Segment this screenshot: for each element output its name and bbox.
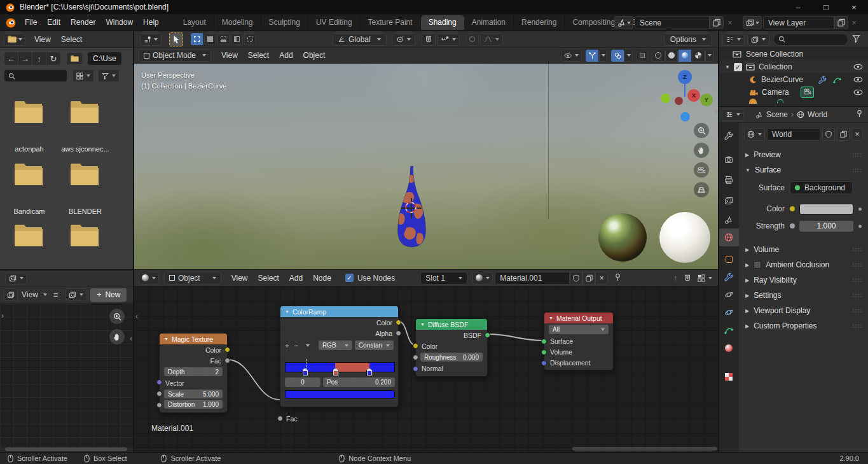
magic-distortion-field[interactable]: Distortion1.000 [164,400,223,409]
properties-pin-icon[interactable] [856,109,863,120]
color-keyframe-dot[interactable] [858,207,862,211]
ramp-stop-0[interactable] [302,368,308,376]
fb-back-button[interactable]: ← [4,52,18,65]
gizmos-dropdown[interactable] [599,50,607,62]
socket-color-output[interactable] [224,347,230,353]
vp-menu-add[interactable]: Add [274,51,298,60]
breadcrumb-world[interactable]: World [808,110,827,119]
socket-normal-input[interactable] [413,366,418,372]
sh-menu-select[interactable]: Select [252,274,284,283]
fb-display-mode-dropdown[interactable] [72,69,94,82]
node-header[interactable]: ▼Magic Texture [160,334,227,344]
menu-render[interactable]: Render [65,18,100,27]
overlays-dropdown[interactable] [624,50,633,62]
gizmo-x-neg[interactable] [675,97,683,105]
fb-refresh-button[interactable]: ↻ [46,52,60,65]
curve-data-icon[interactable] [833,76,841,84]
viewport-3d[interactable]: User Perspective (1) Collection | Bezier… [134,64,719,270]
image-editor-scrollbar-thumb[interactable] [5,447,127,451]
material-unlink-button[interactable]: × [595,272,608,285]
tab-material-icon[interactable] [719,339,739,357]
world-crumb-icon[interactable] [797,111,804,118]
ramp-color-mode-dropdown[interactable]: RGB [319,341,352,350]
world-browse-dropdown[interactable] [744,128,765,141]
world-color-swatch[interactable] [799,204,853,214]
socket-roughness-input[interactable] [413,355,418,360]
gizmos-toggle[interactable] [586,50,598,62]
panel-divider[interactable] [719,106,868,107]
tab-layout[interactable]: Layout [176,15,214,30]
properties-filter-dropdown[interactable] [722,109,744,121]
folder-item[interactable] [70,163,99,186]
folder-label[interactable]: actonpah [1,145,57,153]
select-mode-invert[interactable] [231,33,243,45]
sh-menu-add[interactable]: Add [284,274,308,283]
view-layer-icon[interactable] [743,16,762,29]
node-colorramp[interactable]: ▼ColorRamp Color Alpha + − RGB Constan 0… [280,306,399,407]
output-target-dropdown[interactable]: All [549,325,609,334]
parent-node-tree-button[interactable]: ↑ [673,274,677,283]
tab-scene-icon[interactable] [719,211,739,228]
outliner-row-partial[interactable] [719,99,868,104]
fb-filter-dropdown[interactable] [98,69,120,82]
folder-label[interactable]: Bandicam [1,207,57,215]
fake-user-shield-button[interactable] [570,272,582,285]
tab-tool-icon[interactable] [719,127,739,144]
zoom-button[interactable] [694,123,709,138]
socket-ramp-alpha-output[interactable] [396,330,401,336]
surface-shader-dropdown[interactable]: Background [790,181,853,194]
outliner-row-collection[interactable]: ▼ ✓ Collection [719,60,868,73]
color-ramp-bar[interactable] [285,362,395,372]
blender-menu-icon[interactable] [5,17,16,28]
node-material-output[interactable]: ▼Material Output All Surface Volume Disp… [544,312,614,370]
panel-settings[interactable]: ▶Settings∷∷ [739,288,868,303]
scene-name-field[interactable]: Scene [635,16,710,29]
fb-forward-button[interactable]: → [18,52,32,65]
shading-material-preview-button[interactable] [679,50,691,62]
image-editor-type-dropdown[interactable] [5,272,27,285]
material-name-field[interactable]: Material.001 [495,272,570,285]
perspective-toggle-button[interactable] [694,182,709,197]
panel-divider[interactable] [134,269,719,270]
image-zoom-button[interactable] [109,309,125,324]
socket-diffuse-color-input[interactable] [413,343,418,349]
mode-dropdown[interactable]: Object Mode [139,49,211,62]
panel-volume[interactable]: ▶Volume∷∷ [739,242,868,257]
vp-menu-select[interactable]: Select [243,51,274,60]
file-browser-type-icon[interactable] [4,33,25,46]
magic-scale-field[interactable]: Scale5.000 [164,390,223,398]
use-nodes-checkbox[interactable]: ✓ Use Nodes [345,274,395,283]
strength-keyframe-dot[interactable] [858,225,862,228]
outliner-row-scene-collection[interactable]: Scene Collection [719,48,868,60]
gizmo-y-neg[interactable] [661,94,670,103]
panel-viewport-display[interactable]: ▶Viewport Display∷∷ [739,303,868,318]
world-datablock-field[interactable]: World [767,128,820,141]
tool-dropdown[interactable] [140,33,162,46]
tab-texture-paint[interactable]: Texture Paint [361,15,421,30]
image-editor-scrollbar-track[interactable] [0,446,134,452]
shading-dropdown[interactable] [705,50,713,62]
vp-menu-view[interactable]: View [216,51,243,60]
maximize-button[interactable]: □ [812,0,840,14]
panel-preview[interactable]: ▶Preview∷∷ [739,147,868,162]
panel-toggle-arrow[interactable]: ‹ [130,334,132,343]
tab-view-layer-icon[interactable] [719,192,739,209]
expand-triangle-icon[interactable]: ▼ [725,64,730,70]
eye-icon[interactable] [853,76,863,83]
shader-node-canvas[interactable]: ▼Magic Texture Color Fac Depth2 Vector S… [134,286,719,452]
ramp-stop-2[interactable] [366,368,373,376]
node-editor-scrollbar[interactable] [572,447,717,451]
image-browse-dropdown[interactable] [65,288,86,301]
socket-fac-output[interactable] [224,358,230,363]
breadcrumb-scene[interactable]: Scene [766,110,788,119]
shading-wireframe-button[interactable] [652,50,665,62]
strength-slider[interactable]: 1.000 [799,221,853,232]
overlays-toggle[interactable] [611,50,624,62]
minimize-button[interactable]: – [784,0,812,14]
outliner-display-mode-dropdown[interactable] [722,33,745,46]
gizmo-z-axis[interactable]: Z [678,70,692,84]
ramp-tools-dropdown[interactable] [306,344,310,347]
magic-depth-field[interactable]: Depth2 [164,367,223,376]
menu-edit[interactable]: Edit [42,18,65,27]
diffuse-roughness-field[interactable]: Roughness0.000 [420,353,483,362]
